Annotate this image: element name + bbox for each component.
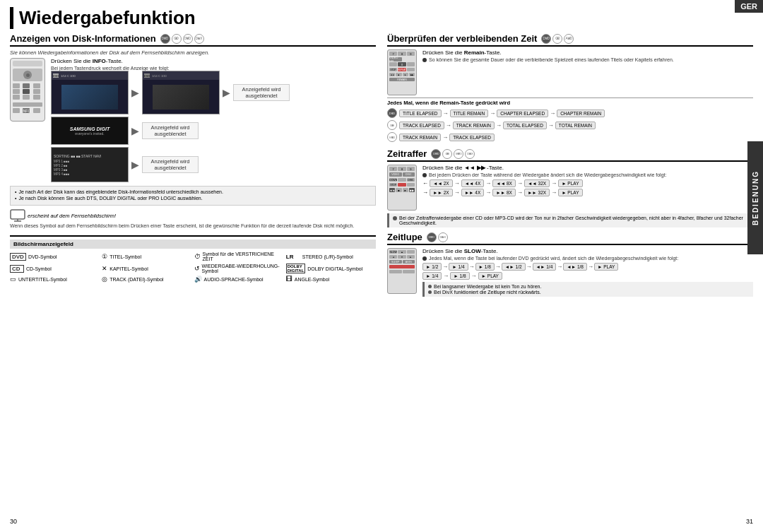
zl-arr2: →: [469, 264, 475, 270]
zl-key: SLOW: [464, 248, 481, 254]
note-1: Je nach Art der Disk kann das eingeblend…: [15, 189, 371, 194]
remain-svcd-icon: AUD: [564, 34, 574, 44]
legend-icon-subtitle: ▭: [10, 276, 16, 283]
zl-quarter2: ► 1/4: [422, 272, 442, 280]
tv-desc: Wenn dieses Symbol auf dem Fernsehbildsc…: [10, 223, 376, 228]
legend-item-stereo: LR STEREO (L/R)-Symbol: [286, 252, 376, 261]
legend-item-angle: 🎞 ANGLE-Symbol: [286, 276, 376, 283]
legend-desc-audio: AUDIO-SPRACHE-Symbol: [204, 277, 264, 282]
tv-note-text: erscheint auf dem Fernsehbildschirm!: [28, 213, 116, 219]
zl-dvx-icon: DivX: [438, 232, 448, 242]
screen-sequence: Drücken Sie die INFO-Taste. Bei jedem Ta…: [51, 58, 376, 182]
page-title: Wiedergabefunktion: [10, 7, 196, 29]
legend-icon-kapitel: ✕: [102, 265, 107, 272]
remain-instruction: Drücken Sie die Remain-Taste.: [422, 49, 753, 56]
zeitlupe-info: Drücken Sie die SLOW-Taste. Jedes Mal, w…: [422, 248, 753, 297]
screen4-top: SORTING ■■ ■■ START NAVI: [54, 154, 101, 158]
seq-chapter-elapsed: CHAPTER ELAPSED: [497, 110, 548, 117]
arrow-seq-1: →: [443, 110, 449, 117]
disk-info-title: Anzeigen von Disk-Informationen: [10, 33, 156, 44]
screen-row-1: DVD 1/14 C 1/30 ▶ DVD 1/14 C 1/30: [51, 71, 376, 114]
zt-4x-back: ◄◄ 4X: [461, 179, 485, 187]
remain-cd-icon: CD: [552, 34, 562, 44]
arrow-seq-7: →: [442, 134, 448, 141]
zeitraffer-header: Zeitraffer DVD CD MP3 DivX: [387, 148, 753, 162]
zt-8x-fwd: ►► 8X: [492, 189, 516, 196]
remote-device: INFO: [10, 58, 45, 122]
zl-note2: Bei DivX funktioniert die Zeitlupe nicht…: [434, 290, 541, 295]
remain-info: Drücken Sie die Remain-Taste. So können …: [422, 49, 753, 95]
arrow-seq-3: →: [550, 110, 555, 117]
note-2: Je nach Disk können Sie auch DTS, DOLBY …: [15, 196, 371, 201]
cd-indicator: CD: [387, 120, 397, 130]
remain-cd-row: CD TRACK ELAPSED → TRACK REMAIN → TOTAL …: [387, 120, 753, 130]
legend-item-kapitel: ✕ KAPITEL-Symbol: [102, 264, 191, 273]
svcd-seq: TRACK REMAIN → TRACK ELAPSED: [399, 134, 495, 141]
remain-svcd-row: VCD TRACK REMAIN → TRACK ELAPSED: [387, 132, 753, 142]
legend-badge-cd: CD: [10, 265, 24, 273]
legend-desc-time: Symbol für die VERSTRICHENE ZEIT: [203, 252, 284, 261]
remain-title: Überprüfen der verbleibenden Zeit: [387, 33, 537, 44]
zt-arr7: →: [517, 189, 523, 196]
legend-item-cd: CD CD-Symbol: [10, 264, 100, 273]
page-numbers: 30 31: [10, 518, 753, 525]
zl-eighth: ► 1/8: [475, 263, 495, 271]
cd-disc-icon: CD: [172, 34, 182, 44]
seq-title-remain: TITLE REMAIN: [450, 110, 489, 117]
zl-play: ► PLAY: [594, 263, 618, 271]
remote-btn-12: [33, 108, 40, 113]
screen-1: DVD 1/14 C 1/30: [51, 71, 129, 114]
legend-icon-angle: 🎞: [286, 276, 292, 283]
label-1: Anzeigefeld wird ausgeblendet: [233, 84, 290, 101]
cd-seq-row: TRACK ELAPSED → TRACK REMAIN → TOTAL ELA…: [399, 122, 596, 129]
zl-arr1: →: [442, 264, 448, 270]
remote-btn-10: [13, 108, 20, 113]
zeitlupe-instruction: Drücken Sie die SLOW-Taste.: [422, 248, 753, 254]
zl-arr8: →: [471, 273, 477, 279]
zeitlupe-title: Zeitlupe: [387, 232, 422, 242]
legend-desc-cd: CD-Symbol: [26, 266, 52, 271]
legend-item-titel: ① TITEL-Symbol: [102, 252, 191, 261]
zt-key: ◄◄ ▶▶: [464, 165, 485, 171]
legend-item-dvd: DVD DVD-Symbol: [10, 252, 100, 261]
zt-dvx-icon: DivX: [465, 149, 475, 159]
legend-icon-time: ⏱: [194, 253, 201, 260]
zl-quarter: ► 1/4: [449, 263, 468, 271]
arrow-3: ▶: [131, 125, 139, 136]
remote-button-grid-2: INFO: [13, 108, 42, 113]
remote-top: [13, 61, 42, 66]
remote-btn-9: [33, 95, 40, 100]
arrow-seq-6: →: [548, 122, 554, 129]
zt-seq-row2: → ►► 2X → ►► 4X → ►► 8X → ►► 32X → ► PLA…: [422, 189, 753, 196]
legend-desc-dvd: DVD-Symbol: [28, 254, 57, 259]
arrow-4: ▶: [131, 159, 139, 170]
seq-chapter-remain: CHAPTER REMAIN: [557, 110, 605, 117]
bedienung-sidebar: BEDIENUNG: [747, 141, 763, 254]
zl-arr6: →: [588, 264, 593, 270]
screen-2: DVD 1/14 C 1/30: [142, 71, 220, 114]
cd-seq: TRACK ELAPSED → TRACK REMAIN → TOTAL ELA…: [399, 122, 596, 129]
seq-total-elapsed: TOTAL ELAPSED: [503, 122, 547, 129]
dvd-seq-row: TITLE ELAPSED → TITLE REMAIN → CHAPTER E…: [399, 110, 605, 117]
zeitlupe-panel: SLOW ▲ ◄ ▼ ► SLEEP AV/IN: [387, 248, 753, 297]
remote-illustration: INFO: [10, 58, 45, 182]
label-3: Anzeigefeld wird ausgeblendet: [142, 156, 199, 173]
legend-badge-dvd: DVD: [10, 253, 26, 261]
remote-btn-4: [13, 89, 20, 94]
ger-badge: GER: [735, 0, 763, 13]
disk-notes: Je nach Art der Disk kann das eingeblend…: [10, 186, 376, 206]
remain-note-header: Jedes Mal, wenn die Remain-Taste gedrück…: [387, 97, 753, 106]
remote-btn-7: [13, 95, 20, 100]
zt-arr3: →: [517, 180, 523, 187]
legend-desc-kapitel: KAPITEL-Symbol: [110, 266, 148, 271]
zt-8x-back: ◄◄ 8X: [492, 179, 516, 187]
zt-2x-fwd: ►► 2X: [430, 189, 453, 196]
dvd2-disc-icon: DVD: [183, 34, 193, 44]
remain-dvd-icon: DVD: [541, 34, 551, 44]
remote-btn-3: [33, 83, 40, 88]
seq-track-remain-svcd: TRACK REMAIN: [399, 134, 441, 141]
seq-track-remain: TRACK REMAIN: [453, 122, 495, 129]
zt-seq-row1: ← ◄◄ 2X → ◄◄ 4X → ◄◄ 8X → ◄◄ 32X → ► PLA…: [422, 179, 753, 187]
zeitraffer-note: Bei der Zeitrafferwiedergabe einer CD od…: [387, 213, 753, 227]
zt-arrow-left: ←: [422, 180, 428, 187]
